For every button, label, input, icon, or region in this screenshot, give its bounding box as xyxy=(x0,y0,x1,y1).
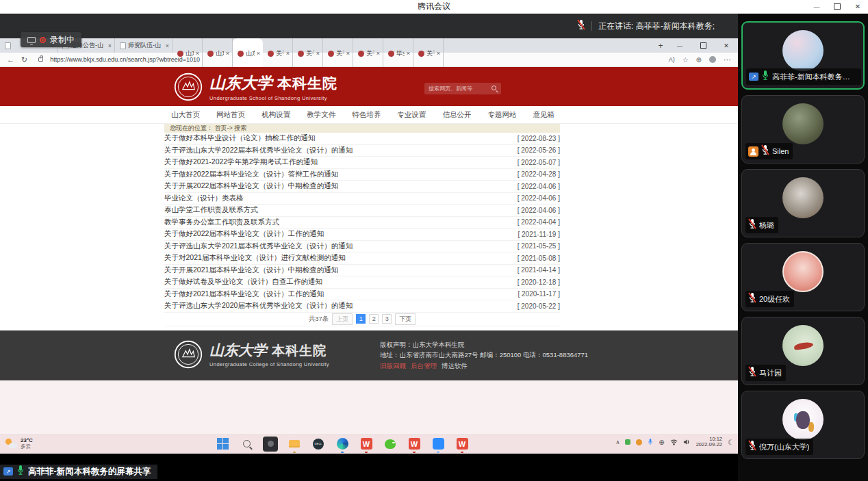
taskbar-app-icon-wps-writer[interactable] xyxy=(359,437,374,452)
participant-tile-Silen[interactable]: Silen xyxy=(741,95,865,164)
taskbar-clock[interactable]: 10:12 2022-09-22 xyxy=(696,437,722,448)
tab-close-icon[interactable] xyxy=(196,50,199,57)
nav-link[interactable]: 山大首页 xyxy=(171,110,200,120)
tab-close-icon[interactable] xyxy=(316,50,320,57)
nav-link[interactable]: 特色培养 xyxy=(352,110,381,120)
notice-title[interactable]: 关于做好2021届本科毕业论文（设计）工作的通知 xyxy=(164,289,324,299)
tray-location-icon[interactable] xyxy=(659,439,664,446)
browser-tab[interactable]: 关于做好202 xyxy=(413,38,444,68)
new-tab-button[interactable] xyxy=(653,38,668,53)
browser-tab[interactable]: 关于做好202 xyxy=(323,38,353,68)
notice-row[interactable]: 关于评选山东大学2022届本科优秀毕业论文（设计）的通知 2022-05-26 xyxy=(164,145,560,157)
notice-title[interactable]: 关于开展2022届本科毕业论文（设计）中期检查的通知 xyxy=(164,181,338,191)
prev-page-button[interactable]: 上页 xyxy=(332,313,353,325)
browser-minimize-icon[interactable] xyxy=(668,38,691,53)
maximize-icon[interactable] xyxy=(827,0,847,13)
wifi-icon[interactable] xyxy=(670,439,678,445)
nav-link[interactable]: 专业设置 xyxy=(397,110,426,120)
nav-link[interactable]: 机构设置 xyxy=(261,110,290,120)
page-number-button[interactable]: 2 xyxy=(369,314,379,324)
tab-close-icon[interactable] xyxy=(407,50,410,57)
notice-title[interactable]: 毕业论文（设计）类表格 xyxy=(164,194,244,203)
notice-row[interactable]: 关于评选山东大学2020届本科优秀毕业论文（设计）的通知 2020-05-22 xyxy=(164,300,560,313)
browser-tab[interactable]: 山东大学本 xyxy=(203,38,233,68)
notice-title[interactable]: 关于做好2022届本科毕业论文（设计）答辩工作的通知 xyxy=(164,170,338,179)
site-search-input[interactable] xyxy=(424,83,501,94)
notice-row[interactable]: 关于评选山东大学2021届本科优秀毕业论文（设计）的通知 2021-05-25 xyxy=(164,241,560,253)
participant-tile-马计园[interactable]: 马计园 xyxy=(741,317,865,385)
browser-tab[interactable]: 关于开展202 xyxy=(353,38,383,68)
notice-title[interactable]: 关于做好2021-2022学年第2学期考试工作的通知 xyxy=(164,157,318,167)
browser-restore-icon[interactable] xyxy=(691,38,715,53)
site-logo[interactable]: 山东大学 本科生院 Undergraduate School of Shando… xyxy=(173,72,337,102)
participant-tile-倪万(山东大学)[interactable]: 倪万(山东大学) xyxy=(741,391,865,459)
browser-menu-icon[interactable] xyxy=(724,55,731,64)
favorites-icon[interactable] xyxy=(682,56,689,64)
tab-close-icon[interactable] xyxy=(108,42,112,49)
notice-row[interactable]: 关于对2021届本科毕业论文（设计）进行文献检测的通知 2021-05-08 xyxy=(164,252,560,265)
nav-link[interactable]: 意见箱 xyxy=(533,110,555,120)
profile-icon[interactable] xyxy=(709,56,716,63)
tab-close-icon[interactable] xyxy=(226,50,229,57)
notice-title[interactable]: 关于评选山东大学2022届本科优秀毕业论文（设计）的通知 xyxy=(164,146,353,155)
browser-tab[interactable]: 关于评选山东 xyxy=(293,38,323,68)
tab-close-icon[interactable] xyxy=(376,50,380,57)
volume-icon[interactable] xyxy=(683,439,691,445)
taskbar-app-icon-file-explorer[interactable] xyxy=(287,437,302,452)
back-icon[interactable] xyxy=(7,55,14,64)
page-number-button[interactable]: 3 xyxy=(382,314,392,324)
notice-row[interactable]: 关于做好2022届本科毕业论文（设计）答辩工作的通知 2022-04-28 xyxy=(164,169,560,181)
taskbar-app-icon-search[interactable] xyxy=(239,437,254,452)
tab-close-icon[interactable] xyxy=(257,50,260,57)
close-icon[interactable] xyxy=(847,0,868,13)
notice-title[interactable]: 关于对2021届本科毕业论文（设计）进行文献检测的通知 xyxy=(164,253,346,263)
notice-title[interactable]: 泰山学堂工作职责及联系方式 xyxy=(164,205,258,215)
footer-link[interactable]: 后台管理 xyxy=(411,361,437,371)
notice-title[interactable]: 关于评选山东大学2021届本科优秀毕业论文（设计）的通知 xyxy=(164,242,353,251)
notice-row[interactable]: 关于做好2021届本科毕业论文（设计）工作的通知 2020-11-17 xyxy=(164,289,560,301)
tray-mic-icon[interactable] xyxy=(648,438,653,446)
footer-link[interactable]: 旧版回顾 xyxy=(380,361,406,371)
participant-tile-杨璐[interactable]: 杨璐 xyxy=(741,169,865,237)
tray-chevron-icon[interactable] xyxy=(615,439,620,445)
notice-row[interactable]: 关于开展2022届本科毕业论文（设计）中期检查的通知 2022-04-06 xyxy=(164,181,560,193)
notice-row[interactable]: 毕业论文（设计）类表格 2022-04-06 xyxy=(164,193,560,205)
search-icon[interactable] xyxy=(492,86,496,90)
taskbar-app-icon-wechat[interactable] xyxy=(383,437,398,452)
nav-link[interactable]: 教学文件 xyxy=(307,110,335,120)
notice-row[interactable]: 关于做好2021-2022学年第2学期考试工作的通知 2022-05-07 xyxy=(164,157,560,169)
tray-app-green-icon[interactable] xyxy=(625,439,630,445)
tab-close-icon[interactable] xyxy=(286,50,290,57)
notice-row[interactable]: 关于做好试卷及毕业论文（设计）自查工作的通知 2020-12-18 xyxy=(164,276,560,289)
refresh-icon[interactable] xyxy=(21,55,27,64)
taskbar-app-icon-edge[interactable] xyxy=(335,437,350,452)
notice-row[interactable]: 关于开展2021届本科毕业论文（设计）中期检查的通知 2021-04-14 xyxy=(164,265,560,277)
notice-title[interactable]: 关于做好2022届本科毕业论文（设计）工作的通知 xyxy=(164,229,324,239)
notice-title[interactable]: 关于评选山东大学2020届本科优秀毕业论文（设计）的通知 xyxy=(164,301,353,311)
notice-title[interactable]: 关于做好试卷及毕业论文（设计）自查工作的通知 xyxy=(164,277,322,287)
taskbar-app-icon-start[interactable] xyxy=(215,437,230,452)
browser-tab[interactable]: 山东大学 SH xyxy=(173,38,203,68)
tab-close-icon[interactable] xyxy=(166,42,169,49)
notice-title[interactable]: 关于开展2021届本科毕业论文（设计）中期检查的通知 xyxy=(164,265,338,275)
browser-close-icon[interactable] xyxy=(715,38,738,53)
next-page-button[interactable]: 下页 xyxy=(395,313,416,325)
taskbar-app-icon-photos[interactable] xyxy=(263,437,278,452)
footer-link[interactable]: 博达软件 xyxy=(442,361,468,371)
page-number-button[interactable]: 1 xyxy=(356,314,366,324)
collections-icon[interactable] xyxy=(696,56,702,64)
notice-row[interactable]: 泰山学堂工作职责及联系方式 2022-04-06 xyxy=(164,205,560,217)
read-aloud-icon[interactable] xyxy=(669,56,675,63)
taskbar-app-icon-wps-2[interactable] xyxy=(407,437,422,452)
tray-app-orange-icon[interactable] xyxy=(636,439,642,445)
notice-title[interactable]: 教学事务办公室工作职责及联系方式 xyxy=(164,218,279,227)
tab-close-icon[interactable] xyxy=(346,50,350,57)
notice-row[interactable]: 教学事务办公室工作职责及联系方式 2022-04-04 xyxy=(164,217,560,229)
participant-tile-20级任欢[interactable]: 20级任欢 xyxy=(741,243,865,311)
nav-link[interactable]: 专题网站 xyxy=(487,110,516,120)
participants-sidebar[interactable]: 高菲菲-新闻本科教务的屏幕... Silen xyxy=(738,14,868,481)
weather-widget[interactable]: 23°C 多云 xyxy=(5,437,33,450)
notice-row[interactable]: 关于做好本科毕业设计（论文）抽检工作的通知 2022-08-23 xyxy=(164,133,560,145)
notice-title[interactable]: 关于做好本科毕业设计（论文）抽检工作的通知 xyxy=(164,133,316,143)
taskbar-app-icon-wps-3[interactable] xyxy=(455,437,470,452)
